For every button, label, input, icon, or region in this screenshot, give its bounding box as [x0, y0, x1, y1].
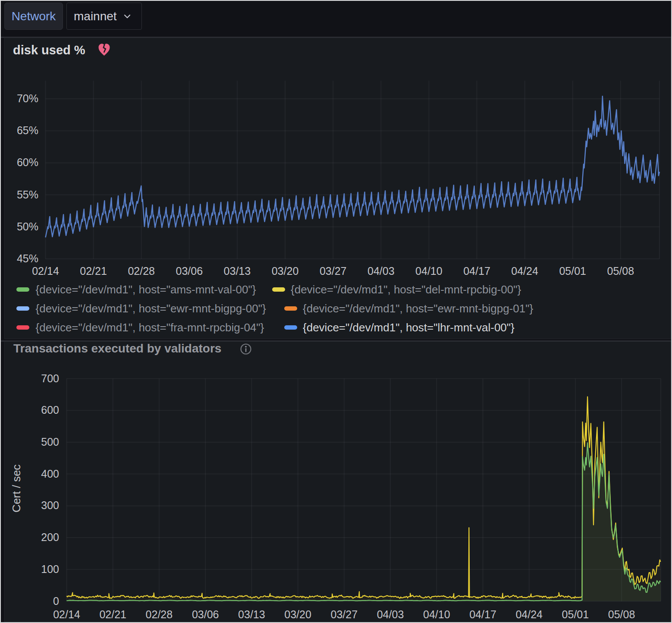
svg-text:02/14: 02/14: [32, 265, 59, 277]
svg-text:02/28: 02/28: [146, 608, 173, 620]
svg-text:03/13: 03/13: [224, 265, 251, 277]
svg-text:04/03: 04/03: [377, 608, 404, 620]
svg-text:55%: 55%: [17, 189, 38, 201]
svg-text:03/27: 03/27: [331, 608, 358, 620]
svg-text:04/24: 04/24: [515, 608, 543, 620]
svg-text:02/14: 02/14: [53, 608, 80, 620]
svg-text:200: 200: [41, 531, 59, 543]
svg-text:300: 300: [41, 499, 59, 511]
svg-text:50%: 50%: [17, 220, 38, 233]
svg-text:05/08: 05/08: [607, 265, 634, 277]
svg-text:02/28: 02/28: [128, 265, 155, 277]
svg-text:03/27: 03/27: [320, 265, 347, 277]
svg-text:0: 0: [53, 595, 59, 607]
svg-text:600: 600: [41, 404, 59, 416]
svg-text:03/20: 03/20: [284, 608, 311, 620]
svg-text:02/21: 02/21: [99, 608, 126, 620]
svg-text:04/10: 04/10: [423, 608, 450, 620]
svg-text:03/06: 03/06: [192, 608, 219, 620]
svg-text:Cert / sec: Cert / sec: [10, 464, 23, 512]
svg-text:60%: 60%: [17, 156, 38, 168]
svg-text:03/06: 03/06: [176, 265, 203, 277]
svg-text:04/03: 04/03: [367, 265, 395, 277]
svg-text:03/20: 03/20: [272, 265, 299, 277]
svg-text:04/17: 04/17: [463, 265, 490, 277]
svg-text:04/17: 04/17: [469, 608, 496, 620]
svg-text:05/01: 05/01: [562, 608, 589, 620]
svg-text:100: 100: [41, 563, 59, 575]
svg-text:04/24: 04/24: [511, 265, 538, 277]
svg-text:02/21: 02/21: [80, 265, 107, 277]
svg-text:70%: 70%: [17, 92, 38, 104]
svg-text:400: 400: [41, 468, 59, 480]
svg-text:700: 700: [41, 372, 59, 384]
svg-text:65%: 65%: [17, 124, 38, 136]
svg-text:05/01: 05/01: [559, 265, 586, 277]
svg-text:04/10: 04/10: [415, 265, 443, 277]
svg-text:500: 500: [41, 436, 59, 448]
svg-text:03/13: 03/13: [238, 608, 265, 620]
svg-text:45%: 45%: [17, 252, 38, 264]
svg-text:05/08: 05/08: [608, 608, 635, 620]
